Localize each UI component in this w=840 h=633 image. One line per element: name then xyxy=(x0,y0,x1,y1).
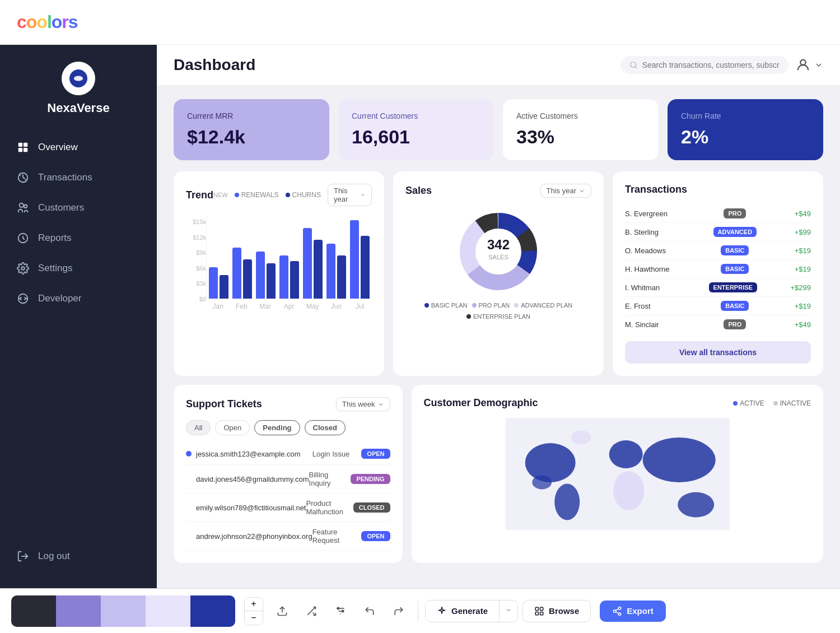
filter-closed[interactable]: Closed xyxy=(305,420,346,435)
bar-churns xyxy=(220,275,228,299)
sidebar-item-reports[interactable]: Reports xyxy=(0,223,157,253)
sales-chevron-icon xyxy=(578,188,585,194)
trend-filter-btn[interactable]: This year xyxy=(328,184,372,206)
filter-open[interactable]: Open xyxy=(215,420,250,435)
tx-plan-badge: ADVANCED xyxy=(713,227,757,237)
redo-button[interactable] xyxy=(386,599,411,623)
ticket-issue: Login Issue xyxy=(312,450,350,458)
kpi-card-active: Active Customers 33% xyxy=(503,99,659,160)
sidebar-brand-section: NexaVerse xyxy=(0,62,157,115)
generate-btn-group: Generate xyxy=(425,600,518,622)
toolbar-divider xyxy=(418,601,418,621)
table-row: I. WhitmanENTERPRISE+$299 xyxy=(625,278,811,297)
bar-group xyxy=(326,244,346,299)
undo-button[interactable] xyxy=(357,599,382,623)
ticket-status-badge: CLOSED xyxy=(353,502,390,513)
tx-plan-badge: BASIC xyxy=(721,264,749,274)
table-row: E. FrostBASIC+$19 xyxy=(625,297,811,315)
trend-card: Trend NEW RENEWALS xyxy=(174,171,384,376)
trend-title: Trend xyxy=(186,189,213,201)
upload-button[interactable] xyxy=(270,599,295,623)
kpi-card-churn: Churn Rate 2% xyxy=(668,99,823,160)
bar-group xyxy=(232,248,253,299)
ticket-filter-row: All Open Pending Closed xyxy=(186,420,390,435)
ticket-issue: Product Malfunction xyxy=(306,499,353,516)
list-item: emily.wilson789@fictitiousmail.netProduc… xyxy=(186,494,390,522)
bar-renewals xyxy=(326,244,335,299)
tx-amount: +$99 xyxy=(795,228,811,236)
svg-text:342: 342 xyxy=(487,237,510,252)
kpi-active-value: 33% xyxy=(516,126,645,148)
sales-filter-btn[interactable]: This year xyxy=(540,184,591,198)
logout-icon xyxy=(17,550,29,562)
svg-point-36 xyxy=(342,610,344,612)
legend-advanced: ADVANCED PLAN xyxy=(514,302,572,309)
chevron-down-icon xyxy=(814,60,823,69)
svg-line-45 xyxy=(616,608,619,610)
view-all-transactions-button[interactable]: View all transactions xyxy=(625,341,811,364)
browse-button[interactable]: Browse xyxy=(522,600,591,622)
sales-title: Sales xyxy=(405,185,432,197)
top-bar: coolors xyxy=(0,0,840,45)
developer-icon xyxy=(17,292,29,305)
sidebar-item-developer[interactable]: Developer xyxy=(0,283,157,314)
palette-color-1 xyxy=(11,595,56,627)
logout-button[interactable]: Log out xyxy=(0,541,157,571)
export-button[interactable]: Export xyxy=(600,601,666,622)
filter-pending[interactable]: Pending xyxy=(254,420,300,435)
zoom-in-button[interactable]: + xyxy=(245,598,263,611)
tx-name: B. Sterling xyxy=(625,228,675,236)
bottom-toolbar: + − xyxy=(0,588,840,633)
transactions-icon xyxy=(17,171,29,184)
transactions-card: Transactions S. EvergreenPRO+$49B. Sterl… xyxy=(613,171,823,376)
content-header: Dashboard xyxy=(157,45,840,86)
ticket-status-badge: OPEN xyxy=(361,449,390,459)
header-right xyxy=(620,56,823,74)
search-bar[interactable] xyxy=(620,56,788,74)
x-label: Mar xyxy=(254,302,277,310)
support-filter-btn[interactable]: This week xyxy=(336,397,390,411)
sidebar-item-overview[interactable]: Overview xyxy=(0,132,157,162)
svg-point-27 xyxy=(678,492,714,518)
bar-churns xyxy=(243,259,252,299)
ticket-status-badge: OPEN xyxy=(361,531,390,541)
sparkle-icon xyxy=(437,606,447,616)
zoom-out-button[interactable]: − xyxy=(245,611,263,625)
generate-chevron-button[interactable] xyxy=(499,601,517,622)
legend-renewals: RENEWALS xyxy=(235,191,279,199)
generate-button[interactable]: Generate xyxy=(426,601,499,622)
svg-point-21 xyxy=(525,443,575,482)
x-label: Jul xyxy=(348,302,372,310)
svg-point-25 xyxy=(613,471,644,510)
search-icon xyxy=(629,60,638,69)
kpi-customers-label: Current Customers xyxy=(352,111,480,120)
zoom-btn-group: + − xyxy=(244,597,263,625)
shuffle-icon xyxy=(306,606,317,617)
user-icon xyxy=(795,57,811,73)
kpi-customers-value: 16,601 xyxy=(352,126,480,148)
shuffle-button[interactable] xyxy=(299,599,324,623)
palette-zoom-controls: + − xyxy=(244,597,263,625)
search-input[interactable] xyxy=(642,60,780,69)
user-menu[interactable] xyxy=(795,57,823,73)
ticket-issue: Feature Request xyxy=(312,528,362,544)
tx-name: O. Meadows xyxy=(625,246,675,255)
filter-all[interactable]: All xyxy=(186,420,211,435)
kpi-mrr-label: Current MRR xyxy=(187,111,316,120)
bar-renewals xyxy=(303,228,312,299)
svg-rect-4 xyxy=(24,148,27,152)
sidebar-item-settings[interactable]: Settings xyxy=(0,253,157,283)
page-title: Dashboard xyxy=(174,56,255,74)
bar-renewals xyxy=(209,267,218,299)
tx-amount: +$49 xyxy=(795,210,811,218)
demographic-title: Customer Demographic xyxy=(424,397,538,409)
palette-color-2 xyxy=(56,595,101,627)
donut-chart-container: 342 SALES xyxy=(405,207,591,296)
filter-tool-button[interactable] xyxy=(328,599,353,623)
svg-rect-3 xyxy=(18,148,22,152)
list-item: jessica.smith123@example.comLogin IssueO… xyxy=(186,443,390,465)
sidebar-item-transactions[interactable]: Transactions xyxy=(0,162,157,193)
sidebar-item-customers[interactable]: Customers xyxy=(0,193,157,223)
grid-icon xyxy=(17,141,29,153)
bar-group xyxy=(209,267,229,299)
